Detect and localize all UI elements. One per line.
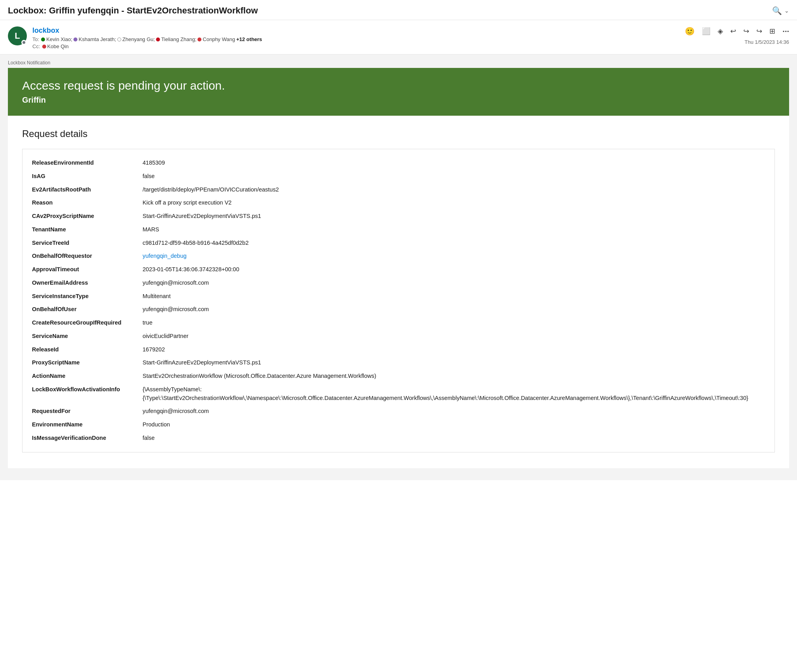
detail-value: 1679202 [143,345,765,354]
diamond-icon[interactable]: ◈ [718,27,723,36]
detail-value: Start-GriffinAzureEv2DeploymentViaVSTS.p… [143,212,765,221]
detail-key: ApprovalTimeout [32,265,143,274]
recipients-line: To: Kevin Xiao; Kshamta Jerath; Zhenyang… [32,36,679,42]
detail-key: ReleaseId [32,345,143,354]
table-row: IsMessageVerificationDonefalse [32,432,765,445]
title-bar-icons: 🔍 ⌄ [772,6,789,15]
detail-key: ServiceTreeId [32,239,143,248]
detail-key: TenantName [32,225,143,234]
table-row: RequestedForyufengqin@microsoft.com [32,405,765,418]
green-banner: Access request is pending your action. G… [8,68,789,116]
zoom-icon[interactable]: 🔍 [772,6,782,15]
forward-icon[interactable]: ↪ [756,27,762,36]
detail-key: ReleaseEnvironmentId [32,159,143,167]
recipient-zhenyang: Zhenyang Gu; [122,36,155,42]
detail-key: CreateResourceGroupIfRequired [32,319,143,327]
detail-key: ServiceName [32,332,143,341]
table-row: ServiceTreeIdc981d712-df59-4b58-b916-4a4… [32,237,765,250]
cc-line: Cc: Kobe Qin [32,43,679,49]
title-bar: Lockbox: Griffin yufengqin - StartEv2Orc… [0,0,797,20]
detail-value: /target/distrib/deploy/PPEnam/OIVICCurat… [143,186,765,194]
detail-key: Reason [32,199,143,207]
detail-value: 4185309 [143,159,765,167]
table-row: ActionNameStartEv2OrchestrationWorkflow … [32,370,765,383]
cc-kobe: Kobe Qin [47,43,69,49]
table-row: TenantNameMARS [32,223,765,237]
detail-value: false [143,172,765,181]
table-row: OnBehalfOfUseryufengqin@microsoft.com [32,303,765,316]
table-row: IsAGfalse [32,170,765,183]
table-row: ProxyScriptNameStart-GriffinAzureEv2Depl… [32,356,765,370]
email-body: Lockbox Notification Access request is p… [0,54,797,480]
detail-key: CAv2ProxyScriptName [32,212,143,221]
recipient-dot-tieliang [156,38,160,41]
detail-value: Production [143,420,765,429]
detail-key: OnBehalfOfRequestor [32,252,143,261]
detail-key: EnvironmentName [32,420,143,429]
email-header-main: lockbox To: Kevin Xiao; Kshamta Jerath; … [32,26,679,49]
detail-value: {\AssemblyTypeName\:{\Type\:\StartEv2Orc… [143,385,765,403]
detail-key: OnBehalfOfUser [32,305,143,314]
timestamp: Thu 1/5/2023 14:36 [744,39,789,45]
detail-value: Start-GriffinAzureEv2DeploymentViaVSTS.p… [143,359,765,367]
email-header-right: 🙂 ⬜ ◈ ↩ ↪ ↪ ⊞ ··· Thu 1/5/2023 14:36 [685,26,789,45]
to-label: To: [32,36,39,42]
detail-value: StartEv2OrchestrationWorkflow (Microsoft… [143,372,765,381]
table-row: LockBoxWorkflowActivationInfo{\AssemblyT… [32,383,765,405]
table-row: ServiceNameoivicEuclidPartner [32,330,765,343]
chevron-down-icon[interactable]: ⌄ [784,8,789,14]
recipient-dot-kevin [41,38,45,41]
table-row: OwnerEmailAddressyufengqin@microsoft.com [32,276,765,290]
cc-dot-kobe [42,45,46,49]
recipient-dot-conphy [197,38,201,41]
cc-label: Cc: [32,43,40,49]
table-row: ReasonKick off a proxy script execution … [32,196,765,210]
detail-key: LockBoxWorkflowActivationInfo [32,385,143,394]
reply-all-icon[interactable]: ↪ [743,27,749,36]
recipient-conphy: Conphy Wang [203,36,235,42]
table-row: ReleaseEnvironmentId4185309 [32,156,765,170]
detail-value: oivicEuclidPartner [143,332,765,341]
detail-key: ActionName [32,372,143,381]
avatar: L [8,26,27,45]
more-icon[interactable]: ··· [782,27,789,36]
detail-value: Multitenant [143,292,765,301]
detail-key: Ev2ArtifactsRootPath [32,186,143,194]
white-card: Request details ReleaseEnvironmentId4185… [8,116,789,468]
recipient-dot-kshamta [73,38,77,41]
detail-value: yufengqin@microsoft.com [143,407,765,416]
detail-value: yufengqin@microsoft.com [143,305,765,314]
table-row: OnBehalfOfRequestoryufengqin_debug [32,250,765,263]
detail-value: yufengqin_debug [143,252,765,261]
table-row: Ev2ArtifactsRootPath/target/distrib/depl… [32,183,765,197]
detail-key: ProxyScriptName [32,359,143,367]
detail-value: Kick off a proxy script execution V2 [143,199,765,207]
recipient-dot-zhenyang [117,38,121,41]
detail-value: true [143,319,765,327]
detail-value: c981d712-df59-4b58-b916-4a425df0d2b2 [143,239,765,248]
window-title: Lockbox: Griffin yufengqin - StartEv2Orc… [8,6,258,16]
emoji-icon[interactable]: 🙂 [685,26,695,36]
detail-key: RequestedFor [32,407,143,416]
grid-icon[interactable]: ⊞ [769,27,775,36]
table-row: CAv2ProxyScriptNameStart-GriffinAzureEv2… [32,210,765,223]
banner-subtitle: Griffin [22,96,775,105]
detail-value: false [143,434,765,443]
recipient-tieliang: Tieliang Zhang; [161,36,196,42]
plus-others[interactable]: +12 others [236,36,262,42]
screen-icon[interactable]: ⬜ [702,27,711,36]
recipient-kevin: Kevin Xiao; [46,36,72,42]
detail-key: OwnerEmailAddress [32,279,143,287]
detail-value: MARS [143,225,765,234]
details-table: ReleaseEnvironmentId4185309IsAGfalseEv2A… [22,149,775,452]
table-row: ServiceInstanceTypeMultitenant [32,290,765,303]
table-row: CreateResourceGroupIfRequiredtrue [32,316,765,330]
detail-key: IsAG [32,172,143,181]
detail-value: 2023-01-05T14:36:06.3742328+00:00 [143,265,765,274]
reply-icon[interactable]: ↩ [730,27,736,36]
detail-key: ServiceInstanceType [32,292,143,301]
notification-label: Lockbox Notification [8,54,789,68]
sender-name[interactable]: lockbox [32,26,679,35]
banner-title: Access request is pending your action. [22,79,775,92]
avatar-status [21,40,26,45]
